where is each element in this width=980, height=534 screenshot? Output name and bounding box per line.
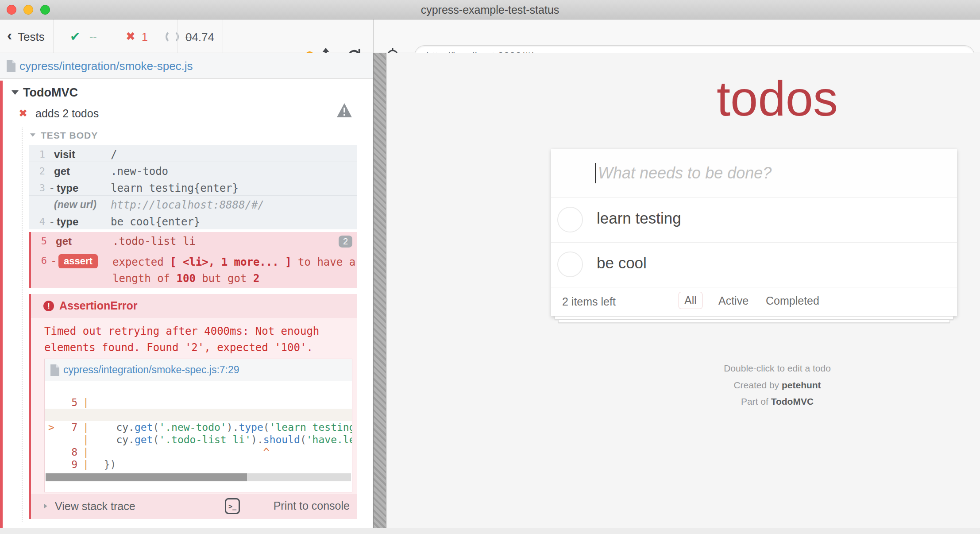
todoapp-card: What needs to be done? learn testing be … — [551, 149, 957, 316]
command-row[interactable]: 2 get .new-todo — [29, 162, 357, 179]
chevron-down-icon — [12, 90, 19, 95]
panel-resizer-handle[interactable] — [373, 53, 386, 534]
assertion-error-block: ! AssertionError Timed out retrying afte… — [29, 294, 357, 519]
filter-all[interactable]: All — [679, 292, 702, 309]
failed-command-group: 5 get .todo-list li 2 6 - assert expecte… — [29, 232, 357, 288]
todo-item[interactable]: learn testing — [551, 197, 957, 242]
author-link[interactable]: petehunt — [782, 380, 821, 390]
command-name: get — [54, 165, 70, 178]
command-number: 4 — [29, 216, 45, 227]
command-number: 2 — [29, 166, 45, 177]
todo-item[interactable]: be cool — [551, 242, 957, 287]
error-icon: ! — [43, 301, 54, 311]
test-failed-icon: ✖ — [19, 107, 27, 120]
todo-label[interactable]: learn testing — [597, 209, 681, 227]
text-cursor — [595, 163, 596, 183]
test-duration: 04.74 — [177, 31, 223, 44]
event-message: http://localhost:8888/#/ — [111, 199, 264, 211]
filter-active[interactable]: Active — [718, 294, 749, 307]
assert-message-expected: [ <li>, 1 more... ] — [170, 256, 292, 268]
todo-toggle-checkbox[interactable] — [557, 207, 583, 232]
command-message: / — [111, 148, 117, 161]
assert-message-actual: 2 — [253, 272, 259, 285]
code-line: 9| }) — [45, 446, 352, 458]
command-number: 1 — [29, 149, 45, 160]
code-line: 6| cy.get('.new-todo').type('learn testi… — [45, 396, 352, 409]
code-frame-header: cypress/integration/smoke-spec.js:7:29 — [45, 359, 352, 381]
event-name: (new url) — [54, 199, 96, 211]
command-row[interactable]: 4 - type be cool{enter} — [29, 213, 357, 229]
code-snippet: 5| cy.visit('/') 6| cy.get('.new-todo').… — [45, 384, 352, 471]
assert-message-part: expected — [112, 256, 170, 268]
code-line: 5| cy.visit('/') — [45, 384, 352, 396]
test-row[interactable]: ✖ adds 2 todos — [0, 105, 354, 123]
assert-message-part: but got — [196, 272, 253, 285]
scrollbar-thumb[interactable] — [46, 473, 247, 481]
error-message: Timed out retrying after 4000ms: Not eno… — [44, 323, 341, 356]
toolbar-separator — [223, 19, 223, 53]
app-under-test-panel: todos What needs to be done? learn testi… — [386, 53, 980, 534]
child-command-dash: - — [49, 216, 55, 228]
child-command-dash: - — [50, 255, 57, 267]
command-name: visit — [54, 148, 75, 161]
horizontal-scrollbar[interactable] — [46, 473, 351, 481]
back-to-tests-button[interactable]: ‹ Tests — [0, 19, 53, 53]
todomvc-link[interactable]: TodoMVC — [771, 396, 814, 406]
new-todo-input[interactable]: What needs to be done? — [551, 149, 957, 197]
spec-file-link[interactable]: cypress/integration/smoke-spec.js — [19, 59, 193, 73]
command-row-failed[interactable]: 5 get .todo-list li 2 — [31, 232, 357, 252]
error-footer: View stack trace >_ Print to console — [31, 494, 357, 519]
file-icon — [6, 60, 16, 72]
error-name: AssertionError — [59, 299, 137, 312]
command-message: learn testing{enter} — [111, 182, 239, 194]
view-stack-trace-label: View stack trace — [55, 500, 135, 513]
spec-header: cypress/integration/smoke-spec.js — [0, 53, 373, 79]
test-body-label: TEST BODY — [41, 130, 98, 141]
reporter-panel: cypress/integration/smoke-spec.js TodoMV… — [0, 53, 373, 528]
command-message: .new-todo — [111, 165, 168, 178]
failed-test-indicator-bar — [0, 81, 3, 528]
todo-label[interactable]: be cool — [597, 254, 647, 272]
command-log: 1 visit / 2 get .new-todo 3 - type learn… — [29, 145, 357, 229]
test-title: adds 2 todos — [35, 107, 99, 120]
command-number: 5 — [31, 236, 47, 247]
assert-message-length: 100 — [177, 272, 196, 285]
assert-message: expected [ <li>, 1 more... ] to have a l… — [112, 254, 357, 287]
filter-completed[interactable]: Completed — [766, 294, 819, 307]
window-title: cypress-example-test-status — [0, 0, 980, 19]
chevron-right-icon — [44, 503, 47, 508]
stacked-paper-edge — [558, 320, 950, 323]
command-message: .todo-list li — [112, 235, 196, 248]
todos-app-title: todos — [574, 70, 980, 127]
command-row-assert[interactable]: 6 - assert expected [ <li>, 1 more... ] … — [31, 252, 357, 288]
code-frame: cypress/integration/smoke-spec.js:7:29 5… — [44, 359, 352, 492]
code-line: 8| }) — [45, 433, 352, 446]
test-body-toggle[interactable]: TEST BODY — [0, 129, 221, 143]
partof-prefix: Part of — [741, 396, 771, 406]
print-to-console-label: Print to console — [274, 499, 350, 512]
stacked-paper-edge — [555, 316, 953, 320]
code-line-highlighted: >7| cy.get('.todo-list li').should('have… — [45, 409, 352, 421]
suite-row[interactable]: TodoMVC — [0, 85, 354, 103]
todoapp-footer: 2 items left All Active Completed — [551, 287, 957, 316]
warning-triangle-icon — [336, 103, 352, 118]
code-frame-file-link[interactable]: cypress/integration/smoke-spec.js:7:29 — [63, 364, 239, 376]
todo-toggle-checkbox[interactable] — [557, 252, 583, 277]
titlebar: cypress-example-test-status — [0, 0, 980, 19]
suite-title: TodoMVC — [23, 86, 78, 100]
command-name: get — [56, 235, 72, 248]
toolbar-separator — [373, 19, 374, 53]
error-header: ! AssertionError — [31, 294, 357, 318]
terminal-icon: >_ — [225, 498, 240, 514]
command-row[interactable]: 1 visit / — [29, 145, 357, 162]
chevron-down-icon — [30, 133, 35, 137]
command-row-event[interactable]: (new url) http://localhost:8888/#/ — [29, 196, 357, 213]
command-name: type — [57, 182, 78, 194]
credit-prefix: Created by — [733, 380, 782, 390]
app-partof-text: Part of TodoMVC — [574, 396, 980, 407]
test-indent-guide — [22, 128, 23, 522]
window-bottom-edge — [0, 528, 980, 534]
command-number: 6 — [31, 255, 47, 266]
command-row[interactable]: 3 - type learn testing{enter} — [29, 179, 357, 196]
app-window: cypress-example-test-status ‹ Tests ✔ --… — [0, 0, 980, 534]
